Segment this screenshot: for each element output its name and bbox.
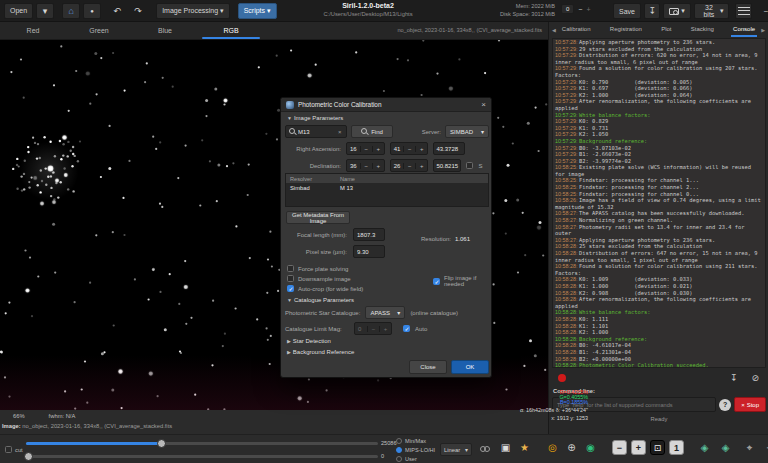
- low-slider-knob[interactable]: [24, 452, 33, 461]
- display-scale-select[interactable]: Linear ▾: [440, 443, 472, 456]
- downsample-row[interactable]: Downsample image: [287, 275, 351, 282]
- redo-button[interactable]: ↷: [129, 3, 147, 19]
- clear-search-icon[interactable]: ×: [338, 129, 342, 135]
- ra-seconds-field[interactable]: 43.3728: [433, 142, 465, 155]
- mode-radio-mips-lo-hi[interactable]: MIPS-LO/HI: [396, 445, 435, 454]
- minimize-button[interactable]: −: [760, 7, 768, 16]
- high-slider-knob[interactable]: [157, 439, 166, 448]
- celestial-grid-icon[interactable]: ⊕: [564, 440, 579, 455]
- plus-button[interactable]: +: [372, 163, 384, 169]
- flip-row[interactable]: Flip image if needed: [433, 275, 491, 287]
- tab-stacking[interactable]: Stacking: [686, 22, 719, 38]
- mode-radio-min-max[interactable]: Min/Max: [396, 436, 435, 445]
- star-detection-icon[interactable]: ★: [517, 440, 532, 455]
- resolver-results-table[interactable]: ResolverName SimbadM 13: [285, 173, 489, 207]
- menu-button[interactable]: [735, 3, 751, 19]
- photometry-icon[interactable]: ◉: [583, 440, 598, 455]
- spin-minus-button[interactable]: −: [578, 6, 582, 13]
- astrometry-icon[interactable]: ⌖: [742, 440, 757, 455]
- tab-plot[interactable]: Plot: [656, 22, 676, 38]
- force-plate-solving-checkbox[interactable]: [287, 265, 294, 272]
- annotations-icon[interactable]: ◎: [545, 440, 560, 455]
- background-reference-expander[interactable]: ▶Background Reference: [287, 349, 354, 355]
- tab-calibration[interactable]: Calibration: [557, 22, 596, 38]
- channel-link-icon[interactable]: [480, 446, 490, 452]
- star-detection-expander[interactable]: ▶Star Detection: [287, 338, 331, 344]
- dec-degrees-spinner[interactable]: 36−+: [346, 159, 385, 172]
- table-row[interactable]: SimbadM 13: [286, 183, 488, 192]
- catalogue-parameters-expander[interactable]: ▼Catalogue Parameters: [287, 297, 354, 303]
- catalogue-select[interactable]: APASS▾: [365, 306, 405, 319]
- zoom-level[interactable]: 66%: [13, 413, 25, 419]
- server-select[interactable]: SIMBAD▾: [445, 125, 489, 138]
- command-help-button[interactable]: ?: [719, 399, 731, 411]
- plus-button[interactable]: +: [415, 146, 427, 152]
- open-button[interactable]: Open: [4, 3, 33, 19]
- zoom-out-button[interactable]: −: [612, 440, 627, 455]
- plus-button[interactable]: +: [415, 163, 427, 169]
- ok-button[interactable]: OK: [451, 360, 489, 374]
- tab-blue[interactable]: Blue: [132, 22, 198, 40]
- export-log-button[interactable]: ↧: [723, 373, 745, 383]
- object-search-input[interactable]: [298, 129, 336, 135]
- spin-plus-button[interactable]: +: [586, 6, 590, 13]
- preview-spin-value[interactable]: 0: [561, 4, 574, 14]
- minus-button[interactable]: −: [403, 146, 415, 152]
- pcc-dialog-titlebar[interactable]: Photometric Color Calibration ×: [281, 98, 491, 112]
- tab-console[interactable]: Console: [728, 22, 760, 38]
- dec-seconds-field[interactable]: 50.8215: [433, 159, 461, 172]
- cut-checkbox[interactable]: [5, 446, 12, 453]
- bit-depth-select[interactable]: 32 bits ▾: [694, 3, 730, 19]
- ra-minutes-spinner[interactable]: 41−+: [390, 142, 429, 155]
- clear-log-button[interactable]: ⊘: [744, 373, 766, 383]
- mode-radio-user[interactable]: User: [396, 454, 435, 463]
- force-plate-solving-row[interactable]: Force plate solving: [287, 265, 348, 272]
- pixel-size-input[interactable]: [353, 245, 385, 258]
- autocrop-checkbox[interactable]: [287, 285, 294, 292]
- high-threshold-slider[interactable]: [26, 439, 378, 448]
- snapshot-button[interactable]: ▾: [663, 3, 690, 19]
- auto-mag-checkbox[interactable]: [403, 325, 410, 332]
- tab-registration[interactable]: Registration: [605, 22, 647, 38]
- dialog-close-icon[interactable]: ×: [481, 100, 486, 109]
- save-as-button[interactable]: ↧: [644, 3, 660, 19]
- undo-button[interactable]: ↶: [108, 3, 126, 19]
- flip-checkbox[interactable]: [433, 278, 440, 285]
- open-caret-button[interactable]: ▾: [36, 3, 54, 19]
- minus-button[interactable]: −: [360, 146, 372, 152]
- zoom-in-button[interactable]: +: [631, 440, 646, 455]
- downsample-checkbox[interactable]: [287, 275, 294, 282]
- tab-green[interactable]: Green: [66, 22, 132, 40]
- negative-view-icon[interactable]: ▣: [498, 440, 513, 455]
- image-parameters-expander[interactable]: ▼Image Parameters: [287, 115, 343, 121]
- south-checkbox[interactable]: [466, 162, 473, 169]
- minus-button[interactable]: −: [403, 163, 415, 169]
- tab-red[interactable]: Red: [0, 22, 66, 40]
- dec-minutes-spinner[interactable]: 26−+: [390, 159, 429, 172]
- tab-rgb[interactable]: RGB: [198, 22, 264, 40]
- scripts-button[interactable]: Scripts ▾: [238, 3, 277, 19]
- roi-button[interactable]: ●: [83, 3, 101, 19]
- minus-button[interactable]: −: [360, 163, 372, 169]
- object-search-box[interactable]: ×: [285, 125, 347, 138]
- ra-hours-spinner[interactable]: 16−+: [346, 142, 385, 155]
- zoom-fit-button[interactable]: ⊡: [650, 440, 665, 455]
- find-button[interactable]: Find: [351, 125, 393, 138]
- stop-button[interactable]: ×Stop: [734, 397, 766, 412]
- image-processing-button[interactable]: Image Processing ▾: [156, 3, 230, 19]
- sample-removal-icon[interactable]: ◈: [718, 440, 733, 455]
- autocrop-row[interactable]: Auto-crop (for wide field): [287, 285, 363, 292]
- close-dialog-button[interactable]: Close: [409, 360, 447, 374]
- plus-button[interactable]: +: [372, 146, 384, 152]
- tabs-scroll-right[interactable]: ▶: [760, 27, 766, 33]
- home-button[interactable]: ⌂: [62, 3, 80, 19]
- crosshair-icon[interactable]: ┼: [763, 440, 768, 455]
- console-log[interactable]: 10:57:28: Applying aperture photometry t…: [552, 38, 766, 368]
- background-extraction-icon[interactable]: ◈: [697, 440, 712, 455]
- cut-checkbox-row[interactable]: cut: [5, 446, 23, 453]
- get-metadata-button[interactable]: Get Metadata From Image: [286, 211, 350, 224]
- zoom-one-button[interactable]: 1: [669, 440, 684, 455]
- low-threshold-slider[interactable]: [26, 452, 378, 461]
- save-button[interactable]: Save: [613, 3, 641, 19]
- focal-input[interactable]: [353, 228, 385, 241]
